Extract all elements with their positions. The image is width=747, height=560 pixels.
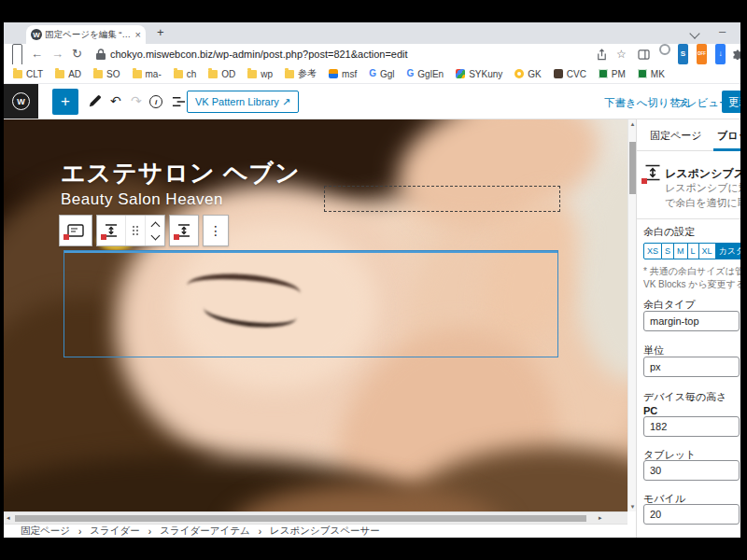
spacer-block-outline[interactable] [324,186,560,212]
bookmark-folder[interactable]: AD [55,69,81,79]
tab-strip: W 固定ページを編集 “デモページ” ・ちょ × + – [4,22,740,44]
forward-button[interactable]: → [51,44,63,64]
bookmark-folder[interactable]: ch [174,69,197,79]
block-description: で余白を適切に取ります [665,196,740,210]
details-info-icon[interactable]: i [149,95,162,108]
browser-tab[interactable]: W 固定ページを編集 “デモページ” ・ちょ × [26,25,146,44]
chevron-down-icon[interactable] [689,28,699,38]
breadcrumb-item[interactable]: スライダー [90,525,139,538]
size-custom-button[interactable]: カスタム [716,243,740,259]
selected-spacer-block[interactable] [63,250,558,357]
bookmark-folder[interactable]: OD [208,69,235,79]
extension-s-icon[interactable]: S [678,44,688,64]
spacer-block-type-button[interactable] [97,216,125,245]
vk-pattern-library-button[interactable]: VK Pattern Library ↗ [187,91,299,113]
reload-button[interactable]: ↻ [72,44,82,64]
bookmark-folder[interactable]: 参考 [285,67,317,80]
size-xs-button[interactable]: XS [643,243,662,259]
drag-handle[interactable] [125,216,145,245]
breadcrumb-item[interactable]: レスポンシブスペーサー [270,525,380,538]
update-button[interactable]: 更新 [722,91,740,113]
bookmark-item[interactable]: GGglEn [407,69,444,79]
list-view-icon[interactable] [172,96,186,107]
undo-button[interactable]: ↶ [110,94,121,107]
folder-icon [55,70,64,78]
vertical-scrollbar[interactable]: ▲ ▼ [627,119,636,511]
responsive-spacer-icon [643,163,662,186]
extension-download-icon[interactable]: ↓ [715,44,726,64]
bookmark-item[interactable]: MK [638,69,665,79]
extension-media-icon[interactable] [659,44,670,55]
scroll-right-icon[interactable]: ▸ [599,514,602,522]
bookmark-item[interactable]: CVC [554,69,586,79]
scroll-left-icon[interactable]: ◂ [7,514,10,522]
sheets-icon [638,69,647,78]
bookmark-item[interactable]: GK [514,69,541,79]
device-height-heading: デバイス毎の高さ [643,390,727,404]
bookmark-folder[interactable]: ma- [133,69,162,79]
breadcrumb-item[interactable]: 固定ページ [21,525,70,538]
spacer-settings-button[interactable] [170,216,198,245]
block-mover[interactable] [145,216,164,245]
bookmark-item[interactable]: GGgl [369,69,394,79]
breadcrumb-item[interactable]: スライダーアイテム [160,525,249,538]
address-bar[interactable]: chokyo.miswebcon.biz/wp-admin/post.php?p… [110,44,408,64]
back-button[interactable]: ← [31,44,43,64]
extension-off-icon[interactable]: OFF [697,44,707,64]
slider-item-icon [67,224,84,237]
move-up-icon[interactable] [150,221,160,231]
block-toolbar: ⋮ [59,215,229,246]
bookmark-star-icon[interactable]: ☆ [616,44,627,64]
tab-title: 固定ページを編集 “デモページ” ・ちょ [45,29,133,41]
dark-favicon [554,69,563,78]
hero-subtitle: Beauty Salon Heaven [61,190,223,209]
vk-badge-icon [174,234,179,240]
tab-block[interactable]: ブロック [717,119,740,151]
pc-height-input[interactable] [650,421,739,432]
unit-label: 単位 [643,343,664,357]
block-options-button[interactable]: ⋮ [204,216,228,245]
unit-select[interactable]: px [643,357,740,377]
https-lock-icon[interactable] [96,49,106,60]
size-m-button[interactable]: M [674,243,688,259]
extensions-puzzle-icon[interactable] [732,49,740,61]
folder-icon [93,70,103,78]
bookmark-item[interactable]: msf [329,69,357,79]
reading-list-icon[interactable] [638,49,650,60]
google-icon: G [407,69,415,78]
vk-badge-icon [641,178,647,184]
horizontal-scrollbar[interactable]: ◂ ▸ [4,511,627,524]
size-xl-button[interactable]: XL [699,243,716,259]
minimize-button[interactable]: – [719,24,726,38]
bookmark-item[interactable]: SYKuny [456,69,502,79]
folder-icon [208,70,218,78]
size-l-button[interactable]: L [688,243,699,259]
bookmark-folder[interactable]: SO [93,69,120,79]
bookmark-folder[interactable]: wp [247,69,273,79]
add-block-button[interactable]: + [52,89,78,115]
horizontal-scroll-thumb[interactable] [15,515,586,522]
wordpress-logo[interactable]: W [4,84,38,119]
size-s-button[interactable]: S [662,243,674,259]
edit-mode-pencil-icon[interactable] [88,94,102,108]
move-down-icon[interactable] [150,231,160,240]
google-icon: G [369,69,376,78]
new-tab-button[interactable]: + [157,25,164,39]
vertical-scroll-thumb[interactable] [629,142,636,194]
bookmark-item[interactable]: PM [599,69,626,79]
side-panel-toggle-icon[interactable] [12,44,22,66]
margin-section-title: 余白の設定 [643,225,695,239]
margin-note: * 共通の余白サイズは管理画面 [643,265,740,278]
tablet-height-input[interactable] [650,465,739,476]
bookmark-folder[interactable]: CLT [13,69,43,79]
tab-page[interactable]: 固定ページ [650,119,702,151]
mobile-height-input[interactable] [650,509,739,520]
margin-type-label: 余白タイプ [643,298,696,312]
select-parent-block-button[interactable] [60,216,92,245]
browser-toolbar: ← → ↻ chokyo.miswebcon.biz/wp-admin/post… [4,44,740,64]
tab-close-icon[interactable]: × [135,30,141,40]
breadcrumb-separator: › [259,526,261,537]
drag-dots-icon [133,226,134,228]
share-icon[interactable] [596,49,608,61]
margin-type-select[interactable]: margin-top [643,311,740,331]
